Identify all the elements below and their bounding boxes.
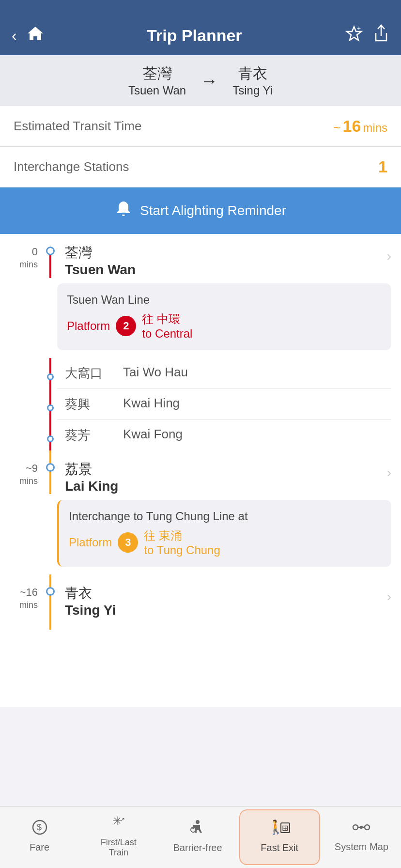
time-col-tsing-yi: ~16 mins [10, 584, 44, 611]
platform-badge-2: 2 [116, 316, 136, 336]
header-left: ‹ [12, 26, 44, 45]
bell-icon [115, 200, 132, 221]
fare-icon: $ [32, 820, 47, 839]
origin-station: 荃灣 Tsuen Wan [128, 64, 186, 97]
tsuen-wan-line-name: Tsuen Wan Line [67, 293, 382, 307]
fare-label: Fare [30, 842, 49, 853]
header-right: + [345, 24, 389, 46]
tab-fare[interactable]: $ Fare [0, 806, 79, 868]
tsuen-wan-english: Tsuen Wan [65, 262, 387, 278]
tsing-yi-chinese: 青衣 [65, 584, 387, 603]
platform-dest-lai-king: 往 東涌 to Tung Chung [144, 528, 220, 557]
dest-chinese-tung-chung: 往 東涌 [144, 528, 220, 543]
fast-exit-label: Fast Exit [261, 842, 298, 853]
tilde-sign: ~ [333, 120, 340, 135]
interchange-text: Interchange to Tung Chung Line at [69, 510, 382, 523]
journey-timeline: 0 mins 荃灣 Tsuen Wan › Tsuen Wan Line Pla… [0, 234, 401, 707]
back-button[interactable]: ‹ [12, 27, 17, 45]
interchange-count: 1 [378, 157, 387, 176]
svg-point-14 [365, 825, 370, 830]
kwai-fong-english: Kwai Fong [123, 427, 183, 444]
tsuen-wan-chevron[interactable]: › [387, 244, 391, 264]
lai-king-english: Lai King [65, 479, 387, 494]
alighting-reminder-button[interactable]: Start Alighting Reminder [0, 187, 401, 234]
tai-wo-hau-english: Tai Wo Hau [123, 365, 188, 382]
kwai-hing-english: Kwai Hing [123, 396, 180, 413]
system-map-icon [352, 820, 371, 838]
dest-english-central: to Central [142, 327, 192, 341]
kwai-hing-content: 葵興 Kwai Hing [57, 389, 391, 420]
tab-bar: $ Fare ✳ ↗ First/LastTrain Barrier-free [0, 806, 401, 868]
lai-king-chinese: 荔景 [65, 460, 387, 479]
station-dot-tsing-yi [46, 587, 55, 596]
first-last-train-icon: ✳ ↗ [110, 814, 127, 835]
station-info-tsing-yi: 青衣 Tsing Yi [57, 584, 387, 618]
svg-text:↗: ↗ [120, 816, 125, 823]
tab-fast-exit[interactable]: 🚶 ⊞ Fast Exit [239, 809, 320, 865]
station-dot-start [46, 247, 55, 255]
station-info-start: 荃灣 Tsuen Wan [57, 244, 387, 278]
svg-point-8 [196, 820, 200, 824]
kwai-fong-chinese: 葵芳 [65, 427, 113, 444]
system-map-label: System Map [335, 841, 388, 852]
tsing-yi-section: ~16 mins 青衣 Tsing Yi › [0, 574, 401, 630]
dot-kwai-hing [47, 404, 54, 411]
transit-value: ~16mins [333, 117, 387, 136]
interchange-row: Interchange Stations 1 [0, 147, 401, 187]
time-col-start: 0 mins [10, 244, 44, 270]
favorite-button[interactable]: + [345, 25, 363, 46]
kwai-hing-chinese: 葵興 [65, 396, 113, 413]
dot-kwai-fong [47, 435, 54, 442]
tsuen-wan-platform-row: Platform 2 往 中環 to Central [67, 311, 382, 341]
svg-point-16 [360, 826, 362, 828]
tsuen-wan-row[interactable]: 0 mins 荃灣 Tsuen Wan › [0, 234, 401, 278]
page-title: Trip Planner [44, 26, 345, 45]
svg-rect-3 [122, 213, 125, 215]
tab-barrier-free[interactable]: Barrier-free [158, 806, 237, 868]
timeline-start [44, 244, 57, 255]
dot-tai-wo-hau [47, 373, 54, 380]
dest-english-tung-chung: to Tung Chung [144, 543, 220, 557]
platform-dest-tsuen-wan: 往 中環 to Central [142, 311, 192, 341]
lai-king-section: ~9 mins 荔景 Lai King › [0, 450, 401, 494]
share-button[interactable] [373, 24, 389, 46]
tai-wo-hau-row[interactable]: 大窩口 Tai Wo Hau [0, 358, 401, 389]
transit-time: 16 [343, 117, 361, 135]
kwai-fong-row[interactable]: 葵芳 Kwai Fong [0, 420, 401, 450]
platform-label-lai-king: Platform [69, 536, 112, 549]
barrier-free-icon [189, 819, 206, 839]
platform-label-tsuen-wan: Platform [67, 319, 110, 333]
tsuen-wan-detail-card: Tsuen Wan Line Platform 2 往 中環 to Centra… [57, 283, 391, 350]
first-last-train-label: First/LastTrain [101, 837, 137, 858]
station-dot-lai-king [46, 463, 55, 472]
transit-time-row: Estimated Transit Time ~16mins [0, 106, 401, 147]
fast-exit-icon: 🚶 ⊞ [267, 819, 292, 839]
kwai-fong-content: 葵芳 Kwai Fong [57, 420, 391, 450]
route-summary: 荃灣 Tsuen Wan → 青衣 Tsing Yi [0, 55, 401, 106]
header: ‹ Trip Planner + [0, 0, 401, 55]
transit-unit: mins [363, 121, 387, 134]
svg-text:+: + [357, 25, 361, 32]
svg-text:$: $ [37, 822, 42, 832]
barrier-free-label: Barrier-free [173, 842, 222, 853]
lai-king-detail-card: Interchange to Tung Chung Line at Platfo… [57, 500, 391, 567]
tsing-yi-row[interactable]: ~16 mins 青衣 Tsing Yi › [0, 574, 401, 630]
tab-first-last-train[interactable]: ✳ ↗ First/LastTrain [79, 806, 158, 868]
tab-system-map[interactable]: System Map [322, 806, 401, 868]
lai-king-row[interactable]: ~9 mins 荔景 Lai King › [0, 450, 401, 494]
dest-chinese-central: 往 中環 [142, 311, 192, 327]
alighting-button-label: Start Alighting Reminder [140, 203, 286, 218]
home-button[interactable] [27, 26, 44, 45]
tsuen-wan-section: 0 mins 荃灣 Tsuen Wan › [0, 234, 401, 278]
kwai-hing-row[interactable]: 葵興 Kwai Hing [0, 389, 401, 420]
route-arrow: → [200, 71, 218, 91]
station-info-lai-king: 荔景 Lai King [57, 460, 387, 494]
transit-label: Estimated Transit Time [14, 119, 141, 134]
lai-king-chevron[interactable]: › [387, 460, 391, 480]
svg-text:⊞: ⊞ [282, 824, 288, 832]
tsing-yi-english: Tsing Yi [65, 603, 387, 618]
tsing-yi-chevron[interactable]: › [387, 584, 391, 604]
platform-badge-3: 3 [118, 532, 138, 553]
svg-point-13 [353, 825, 358, 830]
time-col-lai-king: ~9 mins [10, 460, 44, 487]
